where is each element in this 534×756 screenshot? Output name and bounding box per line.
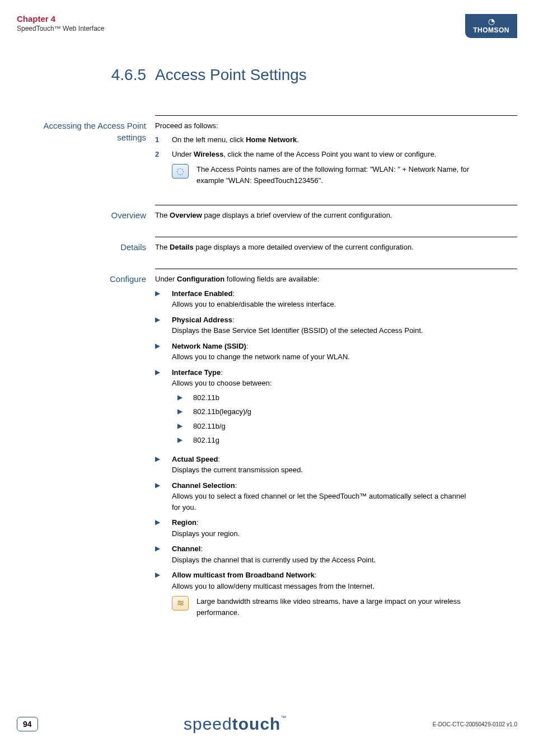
page-footer: 94 speedtouch™ E-DOC-CTC-20050429-0102 v…	[17, 715, 517, 734]
warning-callout: ≋ Large bandwidth streams like video str…	[172, 596, 472, 618]
tip-callout: ◌ The Access Points names are of the fol…	[172, 164, 472, 186]
chapter-title: Chapter 4	[17, 14, 105, 24]
step-1: 1 On the left menu, click Home Network.	[155, 134, 472, 145]
list-item: ▶802.11b(legacy)/g	[177, 406, 472, 417]
list-item: ▶Channel Selection:Allows you to select …	[155, 480, 472, 513]
triangle-bullet-icon: ▶	[155, 314, 172, 336]
body-overview: The Overview page displays a brief overv…	[155, 205, 517, 221]
step-number: 2	[155, 149, 172, 186]
accessing-intro: Proceed as follows:	[155, 120, 472, 132]
thomson-icon: ◔	[473, 17, 509, 26]
thomson-logo-badge: ◔ THOMSON	[465, 14, 517, 38]
chapter-subtitle: SpeedTouch™ Web Interface	[17, 25, 105, 32]
triangle-bullet-icon: ▶	[177, 406, 193, 417]
triangle-bullet-icon: ▶	[155, 517, 172, 539]
page-title: Access Point Settings	[155, 66, 307, 84]
side-label-overview: Overview	[17, 205, 155, 221]
list-item: ▶Physical Address:Displays the Base Serv…	[155, 314, 472, 336]
triangle-bullet-icon: ▶	[155, 288, 172, 310]
section-number: 4.6.5	[17, 66, 155, 84]
section-accessing: Accessing the Access Point settings Proc…	[17, 115, 517, 190]
document-id: E-DOC-CTC-20050429-0102 v1.0	[433, 721, 517, 727]
list-item: ▶Allow multicast from Broadband Network:…	[155, 570, 472, 618]
page-number: 94	[17, 717, 38, 731]
configure-list: ▶Interface Enabled:Allows you to enable/…	[155, 288, 472, 618]
page-title-row: 4.6.5 Access Point Settings	[17, 66, 517, 84]
speedtouch-logo: speedtouch™	[184, 715, 287, 734]
step-number: 1	[155, 134, 172, 145]
step-body: On the left menu, click Home Network.	[172, 134, 472, 145]
body-configure: Under Configuration following fields are…	[155, 269, 517, 622]
main-content: 4.6.5 Access Point Settings Accessing th…	[0, 66, 534, 623]
step-body: Under Wireless, click the name of the Ac…	[172, 149, 472, 186]
bandwidth-icon: ≋	[172, 596, 189, 611]
configure-intro: Under Configuration following fields are…	[155, 274, 472, 285]
side-label-details: Details	[17, 237, 155, 253]
page-header: Chapter 4 SpeedTouch™ Web Interface ◔ TH…	[0, 0, 534, 38]
side-label-configure: Configure	[17, 269, 155, 622]
triangle-bullet-icon: ▶	[155, 480, 172, 513]
header-left: Chapter 4 SpeedTouch™ Web Interface	[17, 14, 105, 32]
thomson-text: THOMSON	[473, 26, 509, 34]
list-item: ▶802.11b	[177, 392, 472, 403]
side-label-accessing: Accessing the Access Point settings	[17, 115, 155, 190]
step-2: 2 Under Wireless, click the name of the …	[155, 149, 472, 186]
body-accessing: Proceed as follows: 1 On the left menu, …	[155, 115, 517, 190]
section-configure: Configure Under Configuration following …	[17, 269, 517, 622]
lightbulb-icon: ◌	[172, 164, 189, 179]
list-item: ▶802.11g	[177, 435, 472, 446]
triangle-bullet-icon: ▶	[155, 454, 172, 476]
list-item: ▶Region:Displays your region.	[155, 517, 472, 539]
list-item: ▶Interface Type:Allows you to choose bet…	[155, 367, 472, 449]
tip-text: The Access Points names are of the follo…	[196, 164, 472, 186]
section-overview: Overview The Overview page displays a br…	[17, 205, 517, 221]
triangle-bullet-icon: ▶	[155, 570, 172, 618]
warning-text: Large bandwidth streams like video strea…	[196, 596, 472, 618]
list-item: ▶Network Name (SSID):Allows you to chang…	[155, 341, 472, 363]
triangle-bullet-icon: ▶	[177, 392, 193, 403]
interface-type-sublist: ▶802.11b ▶802.11b(legacy)/g ▶802.11b/g ▶…	[177, 392, 472, 446]
section-details: Details The Details page displays a more…	[17, 237, 517, 253]
triangle-bullet-icon: ▶	[155, 367, 172, 449]
triangle-bullet-icon: ▶	[155, 543, 172, 565]
list-item: ▶Interface Enabled:Allows you to enable/…	[155, 288, 472, 310]
triangle-bullet-icon: ▶	[177, 435, 193, 446]
body-details: The Details page displays a more detaile…	[155, 237, 517, 253]
list-item: ▶Actual Speed:Displays the current trans…	[155, 454, 472, 476]
list-item: ▶Channel:Displays the channel that is cu…	[155, 543, 472, 565]
list-item: ▶802.11b/g	[177, 421, 472, 432]
triangle-bullet-icon: ▶	[177, 421, 193, 432]
steps-list: 1 On the left menu, click Home Network. …	[155, 134, 472, 186]
triangle-bullet-icon: ▶	[155, 341, 172, 363]
